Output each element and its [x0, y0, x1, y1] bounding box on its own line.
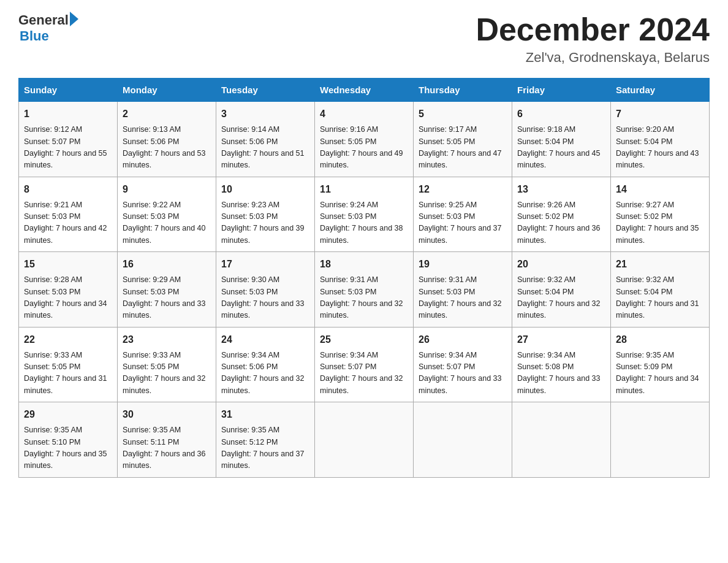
- day-number: 6: [517, 107, 605, 121]
- day-number: 14: [616, 182, 704, 197]
- table-row: 24Sunrise: 9:34 AMSunset: 5:06 PMDayligh…: [216, 327, 315, 402]
- calendar-header-row: Sunday Monday Tuesday Wednesday Thursday…: [19, 79, 710, 102]
- day-number: 11: [320, 182, 408, 197]
- day-number: 18: [320, 257, 408, 272]
- day-number: 3: [221, 107, 309, 121]
- title-section: December 2024 Zel'va, Grodnenskaya, Bela…: [476, 12, 710, 66]
- day-info: Sunrise: 9:33 AMSunset: 5:05 PMDaylight:…: [24, 350, 112, 397]
- day-number: 27: [517, 332, 605, 347]
- day-number: 20: [517, 257, 605, 272]
- month-title: December 2024: [476, 12, 710, 47]
- day-info: Sunrise: 9:29 AMSunset: 5:03 PMDaylight:…: [123, 274, 211, 322]
- day-number: 22: [24, 332, 112, 347]
- day-info: Sunrise: 9:34 AMSunset: 5:07 PMDaylight:…: [320, 350, 408, 397]
- day-info: Sunrise: 9:13 AMSunset: 5:06 PMDaylight:…: [123, 124, 211, 172]
- header-wednesday: Wednesday: [315, 79, 414, 102]
- table-row: 8Sunrise: 9:21 AMSunset: 5:03 PMDaylight…: [19, 177, 118, 252]
- day-info: Sunrise: 9:31 AMSunset: 5:03 PMDaylight:…: [419, 274, 507, 322]
- table-row: 13Sunrise: 9:26 AMSunset: 5:02 PMDayligh…: [512, 177, 611, 252]
- calendar-week-row: 15Sunrise: 9:28 AMSunset: 5:03 PMDayligh…: [19, 252, 710, 327]
- calendar-week-row: 22Sunrise: 9:33 AMSunset: 5:05 PMDayligh…: [19, 327, 710, 402]
- day-info: Sunrise: 9:35 AMSunset: 5:11 PMDaylight:…: [123, 424, 211, 472]
- day-info: Sunrise: 9:32 AMSunset: 5:04 PMDaylight:…: [517, 274, 605, 322]
- day-number: 24: [221, 332, 309, 347]
- day-info: Sunrise: 9:34 AMSunset: 5:07 PMDaylight:…: [419, 350, 507, 397]
- table-row: 26Sunrise: 9:34 AMSunset: 5:07 PMDayligh…: [414, 327, 512, 402]
- day-info: Sunrise: 9:33 AMSunset: 5:05 PMDaylight:…: [123, 350, 211, 397]
- day-info: Sunrise: 9:22 AMSunset: 5:03 PMDaylight:…: [123, 199, 211, 247]
- table-row: [512, 402, 611, 478]
- day-info: Sunrise: 9:24 AMSunset: 5:03 PMDaylight:…: [320, 199, 408, 247]
- logo-text-general: General: [18, 12, 69, 28]
- day-number: 7: [616, 107, 704, 121]
- day-info: Sunrise: 9:18 AMSunset: 5:04 PMDaylight:…: [517, 124, 605, 172]
- day-info: Sunrise: 9:31 AMSunset: 5:03 PMDaylight:…: [320, 274, 408, 322]
- table-row: 28Sunrise: 9:35 AMSunset: 5:09 PMDayligh…: [611, 327, 710, 402]
- header-monday: Monday: [118, 79, 216, 102]
- header-thursday: Thursday: [414, 79, 512, 102]
- table-row: 10Sunrise: 9:23 AMSunset: 5:03 PMDayligh…: [216, 177, 315, 252]
- table-row: 23Sunrise: 9:33 AMSunset: 5:05 PMDayligh…: [118, 327, 216, 402]
- day-info: Sunrise: 9:16 AMSunset: 5:05 PMDaylight:…: [320, 124, 408, 172]
- table-row: 3Sunrise: 9:14 AMSunset: 5:06 PMDaylight…: [216, 102, 315, 177]
- day-number: 28: [616, 332, 704, 347]
- table-row: 27Sunrise: 9:34 AMSunset: 5:08 PMDayligh…: [512, 327, 611, 402]
- day-number: 31: [221, 407, 309, 422]
- day-number: 9: [123, 182, 211, 197]
- table-row: 21Sunrise: 9:32 AMSunset: 5:04 PMDayligh…: [611, 252, 710, 327]
- day-number: 16: [123, 257, 211, 272]
- day-info: Sunrise: 9:26 AMSunset: 5:02 PMDaylight:…: [517, 199, 605, 247]
- day-info: Sunrise: 9:23 AMSunset: 5:03 PMDaylight:…: [221, 199, 309, 247]
- day-info: Sunrise: 9:28 AMSunset: 5:03 PMDaylight:…: [24, 274, 112, 322]
- logo: General Blue: [18, 12, 78, 44]
- header-tuesday: Tuesday: [216, 79, 315, 102]
- table-row: 5Sunrise: 9:17 AMSunset: 5:05 PMDaylight…: [414, 102, 512, 177]
- day-number: 26: [419, 332, 507, 347]
- calendar-table: Sunday Monday Tuesday Wednesday Thursday…: [18, 78, 710, 478]
- table-row: 4Sunrise: 9:16 AMSunset: 5:05 PMDaylight…: [315, 102, 414, 177]
- day-info: Sunrise: 9:35 AMSunset: 5:12 PMDaylight:…: [221, 424, 309, 472]
- day-number: 17: [221, 257, 309, 272]
- day-info: Sunrise: 9:25 AMSunset: 5:03 PMDaylight:…: [419, 199, 507, 247]
- day-number: 23: [123, 332, 211, 347]
- table-row: 7Sunrise: 9:20 AMSunset: 5:04 PMDaylight…: [611, 102, 710, 177]
- table-row: 25Sunrise: 9:34 AMSunset: 5:07 PMDayligh…: [315, 327, 414, 402]
- header-saturday: Saturday: [611, 79, 710, 102]
- day-info: Sunrise: 9:27 AMSunset: 5:02 PMDaylight:…: [616, 199, 704, 247]
- day-info: Sunrise: 9:12 AMSunset: 5:07 PMDaylight:…: [24, 124, 112, 172]
- day-number: 30: [123, 407, 211, 422]
- day-info: Sunrise: 9:35 AMSunset: 5:09 PMDaylight:…: [616, 350, 704, 397]
- table-row: 22Sunrise: 9:33 AMSunset: 5:05 PMDayligh…: [19, 327, 118, 402]
- table-row: 11Sunrise: 9:24 AMSunset: 5:03 PMDayligh…: [315, 177, 414, 252]
- day-info: Sunrise: 9:32 AMSunset: 5:04 PMDaylight:…: [616, 274, 704, 322]
- header-sunday: Sunday: [19, 79, 118, 102]
- day-info: Sunrise: 9:17 AMSunset: 5:05 PMDaylight:…: [419, 124, 507, 172]
- day-info: Sunrise: 9:34 AMSunset: 5:06 PMDaylight:…: [221, 350, 309, 397]
- table-row: 1Sunrise: 9:12 AMSunset: 5:07 PMDaylight…: [19, 102, 118, 177]
- table-row: 2Sunrise: 9:13 AMSunset: 5:06 PMDaylight…: [118, 102, 216, 177]
- table-row: 30Sunrise: 9:35 AMSunset: 5:11 PMDayligh…: [118, 402, 216, 478]
- day-number: 10: [221, 182, 309, 197]
- day-number: 21: [616, 257, 704, 272]
- calendar-week-row: 8Sunrise: 9:21 AMSunset: 5:03 PMDaylight…: [19, 177, 710, 252]
- table-row: 19Sunrise: 9:31 AMSunset: 5:03 PMDayligh…: [414, 252, 512, 327]
- table-row: 12Sunrise: 9:25 AMSunset: 5:03 PMDayligh…: [414, 177, 512, 252]
- day-info: Sunrise: 9:34 AMSunset: 5:08 PMDaylight:…: [517, 350, 605, 397]
- day-number: 5: [419, 107, 507, 121]
- calendar-week-row: 29Sunrise: 9:35 AMSunset: 5:10 PMDayligh…: [19, 402, 710, 478]
- page-header: General Blue December 2024 Zel'va, Grodn…: [18, 12, 710, 66]
- table-row: 31Sunrise: 9:35 AMSunset: 5:12 PMDayligh…: [216, 402, 315, 478]
- logo-arrow-icon: [70, 12, 78, 26]
- table-row: 17Sunrise: 9:30 AMSunset: 5:03 PMDayligh…: [216, 252, 315, 327]
- day-info: Sunrise: 9:35 AMSunset: 5:10 PMDaylight:…: [24, 424, 112, 472]
- table-row: 6Sunrise: 9:18 AMSunset: 5:04 PMDaylight…: [512, 102, 611, 177]
- table-row: 18Sunrise: 9:31 AMSunset: 5:03 PMDayligh…: [315, 252, 414, 327]
- day-info: Sunrise: 9:21 AMSunset: 5:03 PMDaylight:…: [24, 199, 112, 247]
- table-row: [414, 402, 512, 478]
- table-row: [611, 402, 710, 478]
- table-row: 29Sunrise: 9:35 AMSunset: 5:10 PMDayligh…: [19, 402, 118, 478]
- table-row: [315, 402, 414, 478]
- header-friday: Friday: [512, 79, 611, 102]
- day-number: 4: [320, 107, 408, 121]
- day-number: 12: [419, 182, 507, 197]
